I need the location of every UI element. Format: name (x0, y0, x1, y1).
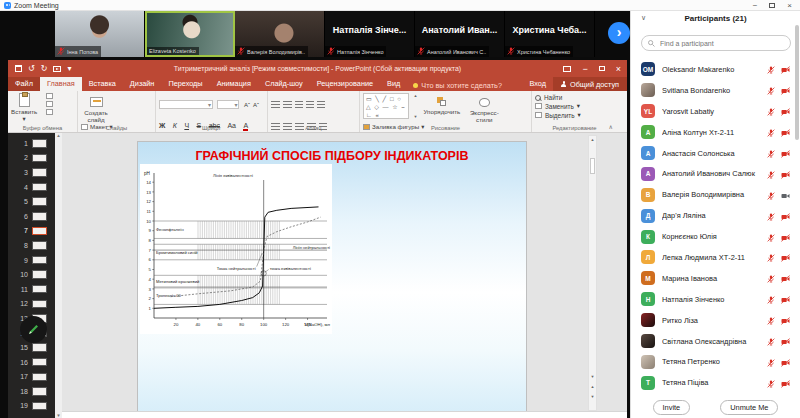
participant-row[interactable]: ДДар'я Ляліна (631, 205, 800, 226)
participant-row[interactable]: AАліна Колтун Хт-2-11 (631, 122, 800, 143)
bullets-icon[interactable] (271, 101, 280, 108)
video-tile-2[interactable]: Elizaveta Kostenko (145, 11, 235, 57)
invite-button[interactable]: Invite (653, 400, 691, 415)
slide-thumb-11[interactable]: 11 (8, 282, 62, 297)
tab-вид[interactable]: Вид (380, 77, 407, 91)
panel-close-button[interactable]: × (787, 1, 792, 10)
redo-icon[interactable]: ↻ (41, 64, 48, 73)
slide-thumb-5[interactable]: 5 (8, 194, 62, 209)
slide-thumbnail (32, 139, 47, 148)
undo-icon[interactable]: ↺ (28, 64, 35, 73)
tab-файл[interactable]: Файл (8, 77, 40, 91)
participant-row[interactable]: AАнастасія Солонська (631, 143, 800, 164)
shapes-gallery[interactable]: ▭ ╲ ╱ □ ○ △ ◇ — ☆ ~ ∟ « (363, 93, 409, 119)
qat-dropdown-icon[interactable]: ▾ (67, 64, 71, 73)
save-icon[interactable] (15, 65, 22, 72)
tab-вставка[interactable]: Вставка (82, 77, 123, 91)
slide-thumb-4[interactable]: 4 (8, 180, 62, 195)
tab-переходы[interactable]: Переходы (161, 77, 209, 91)
cut-icon[interactable] (46, 93, 53, 99)
line-spacing-icon[interactable] (317, 101, 325, 108)
next-slide-button[interactable]: ▼ (589, 394, 596, 399)
participant-row[interactable]: ЛЛепка Людмила ХТ-2-11 (631, 247, 800, 268)
indent-increase-icon[interactable] (306, 101, 314, 108)
sign-in-button[interactable]: Вход (522, 77, 553, 91)
participant-row[interactable]: Ритко Ліза (631, 310, 800, 331)
tab-дизайн[interactable]: Дизайн (123, 77, 162, 91)
replace-button[interactable]: Заменить▾ (535, 102, 614, 110)
video-tile-4[interactable]: Натпалія Зінче...Натпалія Зінченко (325, 11, 415, 57)
participant-row[interactable]: YLYarosvit Labatiy (631, 101, 800, 122)
scroll-down-icon[interactable]: ▼ (56, 413, 60, 418)
slide-thumb-6[interactable]: 6 (8, 209, 62, 224)
participants-scrollbar[interactable] (795, 25, 799, 140)
ribbon-display-options-icon[interactable] (563, 66, 571, 72)
slide-thumb-8[interactable]: 8 (8, 238, 62, 253)
participant-row[interactable]: BВалерія Володимирівна (631, 184, 800, 205)
slide-thumb-16[interactable]: 16 (8, 355, 62, 370)
ppt-close-button[interactable]: × (616, 64, 621, 74)
search-input[interactable] (658, 39, 778, 48)
annotation-pencil-button[interactable] (20, 316, 47, 343)
font-name-combo[interactable]: ▾ (159, 100, 213, 109)
video-tile-3[interactable]: Валерія Володимирів.. (235, 11, 325, 57)
quick-styles-button[interactable]: Экспресс-стили (467, 98, 501, 123)
scroll-up-icon[interactable]: ▲ (56, 133, 60, 138)
slide-canvas[interactable]: ГРАФІЧНИЙ СПОСІБ ПІДБОРУ ІНДИКАТОРІВ pH1… (137, 141, 527, 418)
ppt-minimize-button[interactable]: − (582, 64, 587, 74)
video-tile-1[interactable]: Інна Попова (55, 11, 145, 57)
format-painter-icon[interactable] (46, 109, 53, 115)
next-participants-button[interactable]: › (608, 22, 630, 44)
paste-button[interactable]: Вставить ▾ (11, 93, 37, 122)
share-button[interactable]: Общий доступ (553, 77, 627, 91)
participant-row[interactable]: ННатпалія Зінченко (631, 289, 800, 310)
copy-icon[interactable] (46, 101, 53, 107)
video-tile-6[interactable]: Христина Чеба...Христина Чебаненко (505, 11, 595, 57)
find-button[interactable]: Найти (535, 94, 614, 101)
tab-анимация[interactable]: Анимация (210, 77, 258, 91)
slide-thumb-1[interactable]: 1 (8, 136, 62, 151)
participant-row[interactable]: ТТетяна Піціва (631, 372, 800, 393)
video-tile-5[interactable]: Анатолий Иван...Анатолий Иванович С.. (415, 11, 505, 57)
participant-row[interactable]: ККорнєєнко Юлія (631, 226, 800, 247)
slideshow-icon[interactable] (53, 66, 61, 72)
slide-scrollbar[interactable]: ▲ ▼ ▲ ▼ (588, 135, 597, 411)
slide-thumb-2[interactable]: 2 (8, 151, 62, 166)
participant-row[interactable]: AАнатолий Иванович Салюк (631, 163, 800, 184)
unmute-me-button[interactable]: Unmute Me (720, 400, 778, 415)
arrange-button[interactable]: Упорядочить (425, 97, 459, 115)
numbering-icon[interactable] (283, 101, 292, 108)
indent-decrease-icon[interactable] (295, 101, 303, 108)
ppt-restore-button[interactable] (599, 66, 605, 71)
slide-thumb-19[interactable]: 19 (8, 399, 62, 414)
notes-bar[interactable] (62, 411, 627, 418)
participant-search[interactable] (641, 35, 791, 51)
slide-thumb-17[interactable]: 17 (8, 370, 62, 385)
font-size-combo[interactable]: ▾ (217, 100, 239, 109)
slide-thumb-3[interactable]: 3 (8, 165, 62, 180)
tell-me-box[interactable]: Что вы хотите сделать? (407, 77, 508, 91)
slide-thumb-10[interactable]: 10 (8, 267, 62, 282)
select-button[interactable]: Выделить▾ (535, 111, 614, 119)
panel-minimize-button[interactable]: − (753, 1, 758, 10)
new-slide-button[interactable]: Создать слайд (81, 97, 111, 123)
slide-thumb-7[interactable]: 7 (8, 224, 62, 239)
tab-слайд-шоу[interactable]: Слайд-шоу (258, 77, 310, 91)
tab-главная[interactable]: Главная (40, 77, 82, 91)
slide-thumb-18[interactable]: 18 (8, 384, 62, 399)
previous-slide-button[interactable]: ▲ (589, 384, 596, 389)
participant-row[interactable]: OMOleksandr Makarenko (631, 59, 800, 80)
slide-thumb-9[interactable]: 9 (8, 253, 62, 268)
shrink-font-button[interactable]: Aˇ (253, 102, 259, 108)
shapes-scroll[interactable]: ▲▼ (413, 93, 417, 119)
participant-row[interactable]: ММарина Іванова (631, 268, 800, 289)
participant-row[interactable]: Світлана Олександрівна (631, 331, 800, 352)
participant-row[interactable]: Svitlana Bondarenko (631, 80, 800, 101)
grow-font-button[interactable]: Aˆ (244, 102, 250, 108)
tab-рецензирование[interactable]: Рецензирование (310, 77, 380, 91)
slide-thumbnail (32, 373, 47, 382)
participant-row[interactable]: Тетяна Петренко (631, 351, 800, 372)
panel-maximize-button[interactable] (769, 3, 775, 8)
slide-thumb-12[interactable]: 12 (8, 297, 62, 312)
thumbnail-scrollbar[interactable]: ▲ ▼ (55, 133, 62, 418)
